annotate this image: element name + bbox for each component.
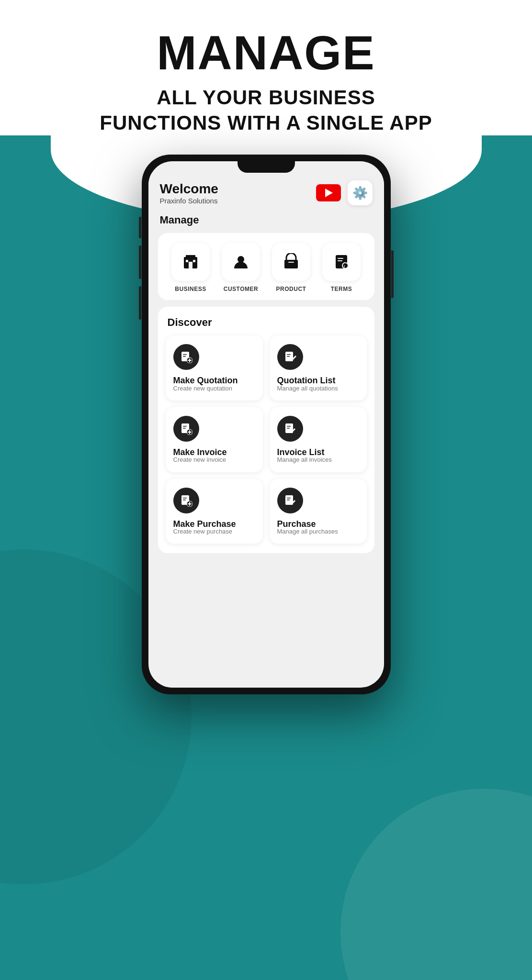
quotation-list-text: Quotation List Manage all quotations: [277, 376, 359, 393]
hero-title: MANAGE: [157, 29, 375, 77]
invoice-list-desc: Manage all invoices: [277, 456, 359, 464]
svg-rect-33: [183, 498, 187, 499]
svg-rect-19: [188, 360, 192, 361]
invoice-list-icon: [277, 416, 303, 442]
hero-subtitle-line1: ALL YOUR BUSINESS: [157, 86, 375, 109]
svg-rect-34: [183, 500, 186, 501]
phone-button-volume-down: [139, 286, 141, 320]
discover-item-purchase[interactable]: Purchase Manage all purchases: [270, 479, 367, 544]
teal-background: Welcome Praxinfo Solutions ⚙️: [0, 135, 532, 980]
phone-mockup: Welcome Praxinfo Solutions ⚙️: [142, 155, 391, 694]
svg-point-5: [238, 256, 244, 263]
svg-rect-25: [183, 428, 186, 429]
discover-item-invoice-list[interactable]: Invoice List Manage all invoices: [270, 407, 367, 472]
purchase-icon: [277, 488, 303, 513]
svg-rect-40: [287, 500, 290, 501]
doc-edit-icon: [284, 351, 296, 363]
product-label: PRODUCT: [276, 286, 306, 292]
customer-icon: [232, 253, 249, 270]
manage-item-product[interactable]: PRODUCT: [266, 243, 317, 292]
make-quotation-text: Make Quotation Create new quotation: [173, 376, 255, 393]
terms-label: TERMS: [331, 286, 352, 292]
discover-item-make-invoice[interactable]: Make Invoice Create new invoice: [166, 407, 263, 472]
manage-icons-row: BUSINESS CUSTOMER: [166, 243, 367, 292]
terms-icon-box: i: [322, 243, 361, 281]
manage-item-customer[interactable]: CUSTOMER: [216, 243, 266, 292]
manage-section-title: Manage: [158, 214, 374, 226]
product-icon: [283, 253, 300, 270]
svg-rect-39: [287, 498, 291, 499]
svg-rect-24: [183, 426, 187, 427]
discover-item-quotation-list[interactable]: Quotation List Manage all quotations: [270, 335, 367, 401]
gear-icon: ⚙️: [352, 186, 368, 200]
svg-rect-3: [186, 260, 188, 262]
settings-button[interactable]: ⚙️: [348, 180, 373, 205]
purchase-desc: Manage all purchases: [277, 527, 359, 536]
business-icon-box: [171, 243, 210, 281]
make-purchase-text: Make Purchase Create new purchase: [173, 519, 255, 536]
quotation-list-icon: [277, 344, 303, 370]
phone-button-mute: [139, 217, 141, 238]
svg-rect-13: [338, 260, 342, 261]
purchase-list-icon: [284, 494, 296, 507]
svg-rect-16: [183, 356, 186, 357]
svg-rect-12: [338, 258, 343, 259]
svg-rect-31: [287, 428, 290, 429]
customer-label: CUSTOMER: [224, 286, 258, 292]
make-quotation-desc: Create new quotation: [173, 384, 255, 393]
svg-rect-2: [189, 262, 192, 268]
manage-card: BUSINESS CUSTOMER: [158, 233, 374, 300]
make-invoice-text: Make Invoice Create new invoice: [173, 447, 255, 465]
app-header: Welcome Praxinfo Solutions ⚙️: [158, 180, 374, 205]
phone-frame: Welcome Praxinfo Solutions ⚙️: [142, 155, 391, 694]
customer-icon-box: [222, 243, 260, 281]
decoration-circle-1: [340, 789, 532, 980]
make-quotation-icon: [173, 344, 199, 370]
manage-item-business[interactable]: BUSINESS: [166, 243, 216, 292]
svg-rect-4: [193, 260, 195, 262]
phone-notch: [238, 161, 295, 173]
purchase-plus-icon: [180, 494, 192, 507]
discover-section: Discover: [158, 307, 374, 553]
youtube-play-icon: [325, 189, 333, 197]
app-screen-content: Welcome Praxinfo Solutions ⚙️: [148, 173, 384, 563]
make-invoice-desc: Create new invoice: [173, 456, 255, 464]
make-invoice-icon: [173, 416, 199, 442]
product-icon-box: [272, 243, 310, 281]
hero-subtitle: ALL YOUR BUSINESS FUNCTIONS WITH A SINGL…: [100, 85, 432, 135]
company-name: Praxinfo Solutions: [160, 197, 218, 205]
youtube-button[interactable]: [316, 184, 341, 201]
svg-rect-21: [287, 354, 291, 355]
make-purchase-desc: Create new purchase: [173, 527, 255, 536]
welcome-text: Welcome: [160, 181, 218, 197]
discover-card: Discover: [158, 307, 374, 553]
phone-button-volume-up: [139, 245, 141, 279]
invoice-list-text: Invoice List Manage all invoices: [277, 447, 359, 465]
discover-item-make-quotation[interactable]: Make Quotation Create new quotation: [166, 335, 263, 401]
invoice-edit-icon: [284, 423, 296, 435]
svg-rect-37: [188, 503, 192, 504]
terms-icon: i: [333, 253, 350, 270]
business-label: BUSINESS: [175, 286, 206, 292]
svg-rect-15: [183, 354, 187, 355]
manage-section: Manage: [158, 214, 374, 300]
doc-plus-icon: [180, 351, 192, 363]
hero-section: MANAGE ALL YOUR BUSINESS FUNCTIONS WITH …: [0, 0, 532, 135]
phone-screen: Welcome Praxinfo Solutions ⚙️: [148, 161, 384, 688]
manage-item-terms[interactable]: i TERMS: [317, 243, 367, 292]
business-icon: [182, 253, 199, 270]
invoice-plus-icon: [180, 423, 192, 435]
quotation-list-desc: Manage all quotations: [277, 384, 359, 393]
svg-rect-30: [287, 426, 291, 427]
svg-rect-22: [287, 356, 290, 357]
header-left: Welcome Praxinfo Solutions: [160, 181, 218, 205]
svg-rect-6: [284, 260, 298, 268]
phone-button-power: [391, 250, 394, 298]
svg-rect-28: [188, 432, 192, 433]
discover-section-title: Discover: [166, 316, 367, 329]
discover-grid: Make Quotation Create new quotation: [166, 335, 367, 544]
header-icons: ⚙️: [316, 180, 373, 205]
svg-text:i: i: [344, 264, 345, 268]
discover-item-make-purchase[interactable]: Make Purchase Create new purchase: [166, 479, 263, 544]
make-purchase-icon: [173, 488, 199, 513]
